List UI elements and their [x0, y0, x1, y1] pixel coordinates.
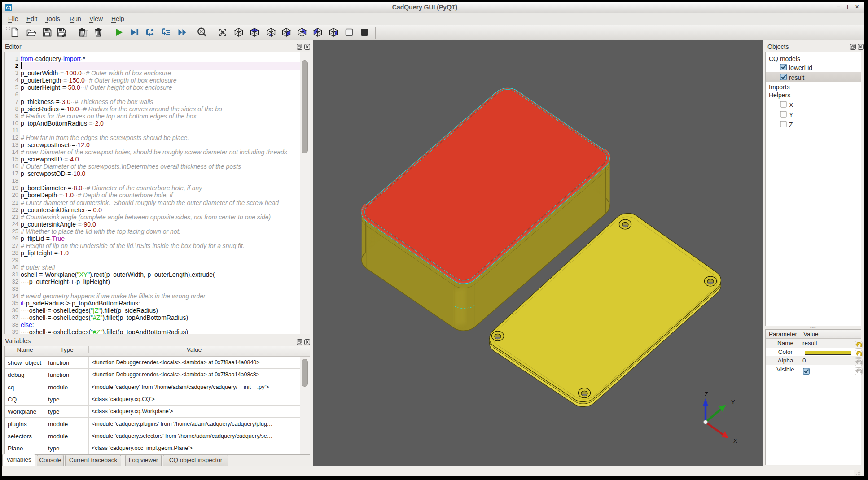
svg-text:Y: Y: [731, 399, 735, 406]
svg-text:X: X: [733, 437, 737, 444]
svg-text:Z: Z: [705, 391, 708, 397]
